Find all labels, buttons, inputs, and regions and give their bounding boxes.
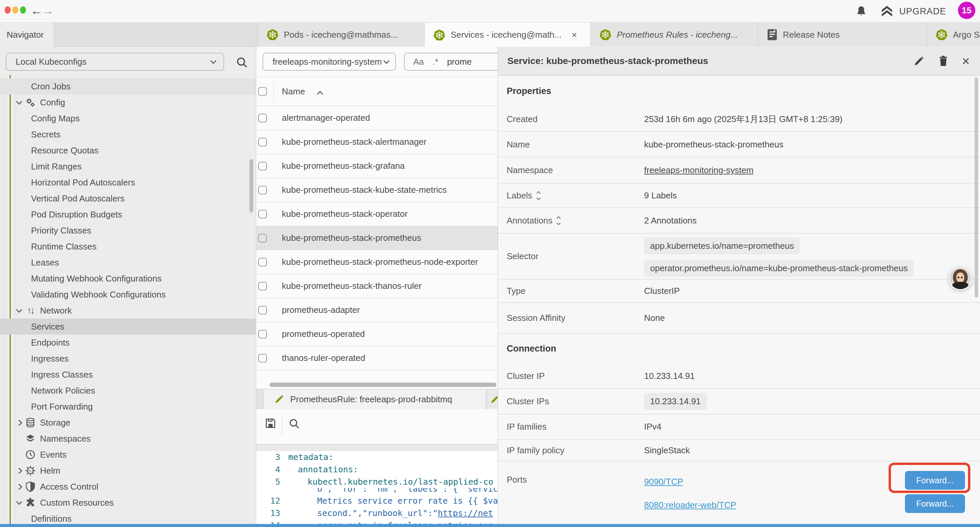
chevron-down-icon[interactable] <box>15 501 23 505</box>
tab-pods-icecheng-mathmas[interactable]: Pods - icecheng@mathmas... <box>258 23 425 47</box>
editor-tab-next-partial[interactable] <box>487 389 498 409</box>
save-icon[interactable] <box>264 417 277 430</box>
namespace-link[interactable]: freeleaps-monitoring-system <box>644 165 754 175</box>
table-row[interactable]: kube-prometheus-stack-alertmanager <box>256 130 498 154</box>
editor-line[interactable]: 13second.","runbook_url":"https://net <box>256 507 498 519</box>
port-link-8080-reloader-web-tcp[interactable]: 8080:reloader-web/TCP <box>644 500 736 510</box>
port-link-9090-tcp[interactable]: 9090/TCP <box>644 477 683 487</box>
forward-button-8080-reloader-web-tcp[interactable]: Forward... <box>905 494 965 513</box>
sidebar-item-config-maps[interactable]: Config Maps <box>0 110 256 126</box>
table-row[interactable]: prometheus-operated <box>256 322 498 346</box>
sidebar-item-access-control[interactable]: Access Control <box>0 479 256 495</box>
sort-ascending-icon[interactable] <box>317 91 323 97</box>
match-case-icon[interactable]: Aa <box>413 57 424 67</box>
sidebar-item-validating-webhook-configurations[interactable]: Validating Webhook Configurations <box>0 287 256 303</box>
back-icon[interactable]: ← <box>31 3 43 19</box>
sidebar-item-horizontal-pod-autoscalers[interactable]: Horizontal Pod Autoscalers <box>0 174 256 191</box>
sidebar-item-network-policies[interactable]: Network Policies <box>0 382 256 399</box>
kubeconfig-selector[interactable]: Local Kubeconfigs <box>6 53 224 71</box>
tab-prometheus-rules-icecheng[interactable]: Prometheus Rules - icecheng... <box>591 23 758 47</box>
sidebar-scrollbar[interactable] <box>250 159 253 212</box>
forward-button-9090-tcp[interactable]: Forward... <box>905 471 965 490</box>
delete-trash-icon[interactable] <box>938 55 949 67</box>
namespace-selector[interactable]: freeleaps-monitoring-system <box>262 53 396 71</box>
table-row[interactable]: prometheus-adapter <box>256 298 498 322</box>
sidebar-item-definitions[interactable]: Definitions <box>0 511 256 524</box>
row-checkbox[interactable] <box>258 210 267 218</box>
sidebar-item-resource-quotas[interactable]: Resource Quotas <box>0 142 256 158</box>
sidebar-item-secrets[interactable]: Secrets <box>0 126 256 142</box>
sidebar-search-icon[interactable] <box>235 56 248 69</box>
sidebar-item-services[interactable]: Services <box>0 318 256 334</box>
row-checkbox[interactable] <box>258 330 267 339</box>
close-window-button[interactable] <box>5 6 11 14</box>
sidebar-item-ingress-classes[interactable]: Ingress Classes <box>0 366 256 382</box>
row-checkbox[interactable] <box>258 258 267 266</box>
notification-count-badge[interactable]: 15 <box>958 2 975 19</box>
table-row[interactable]: kube-prometheus-stack-operator <box>256 202 498 226</box>
table-row[interactable]: thanos-ruler-operated <box>256 346 498 370</box>
expand-collapse-icon[interactable] <box>557 217 560 224</box>
row-checkbox[interactable] <box>258 138 267 146</box>
sidebar-item-priority-classes[interactable]: Priority Classes <box>0 223 256 239</box>
editor-search-icon[interactable] <box>288 417 300 430</box>
tab-services-icecheng-math[interactable]: Services - icecheng@math...× <box>425 23 591 47</box>
chevron-right-icon[interactable] <box>15 485 23 489</box>
sidebar-item-pod-disruption-budgets[interactable]: Pod Disruption Budgets <box>0 207 256 223</box>
regex-icon[interactable]: .* <box>433 57 438 67</box>
navigator-panel-tab[interactable]: Navigator <box>0 23 54 47</box>
upgrade-button[interactable]: UPGRADE <box>879 4 946 19</box>
notifications-bell-icon[interactable] <box>854 5 868 18</box>
sidebar-item-endpoints[interactable]: Endpoints <box>0 334 256 350</box>
sidebar-item-mutating-webhook-configurations[interactable]: Mutating Webhook Configurations <box>0 271 256 287</box>
drawer-scrollbar[interactable] <box>975 77 978 298</box>
table-row[interactable]: kube-prometheus-stack-prometheus <box>256 226 498 250</box>
close-icon[interactable]: × <box>962 56 970 67</box>
table-row[interactable]: kube-prometheus-stack-prometheus-node-ex… <box>256 250 498 274</box>
row-checkbox[interactable] <box>258 114 267 123</box>
editor-line[interactable]: o", "for": "hm", "labels": { "service" :… <box>256 488 498 495</box>
expand-collapse-icon[interactable] <box>537 192 540 199</box>
sidebar-item-config[interactable]: Config <box>0 94 256 110</box>
table-row[interactable]: kube-prometheus-stack-grafana <box>256 154 498 178</box>
sidebar-item-events[interactable]: Events <box>0 447 256 463</box>
chevron-right-icon[interactable] <box>15 469 23 473</box>
close-tab-icon[interactable]: × <box>572 30 577 40</box>
maximize-window-button[interactable] <box>20 6 26 14</box>
row-checkbox[interactable] <box>258 282 267 291</box>
edit-pencil-icon[interactable] <box>913 56 924 67</box>
sidebar-item-ingresses[interactable]: Ingresses <box>0 350 256 366</box>
sidebar-item-namespaces[interactable]: Namespaces <box>0 431 256 447</box>
table-row[interactable]: alertmanager-operated <box>256 106 498 130</box>
sidebar-item-vertical-pod-autoscalers[interactable]: Vertical Pod Autoscalers <box>0 191 256 207</box>
chevron-down-icon[interactable] <box>15 309 23 313</box>
editor-line[interactable]: 3metadata: <box>256 451 498 463</box>
sidebar-item-custom-resources[interactable]: Custom Resources <box>0 495 256 511</box>
sidebar-item-port-forwarding[interactable]: Port Forwarding <box>0 399 256 415</box>
table-row[interactable]: kube-prometheus-stack-thanos-ruler <box>256 274 498 298</box>
editor-line[interactable]: 5kubectl.kubernetes.io/last-applied-co <box>256 476 498 488</box>
editor-line[interactable]: 14error rate in freeleaps metrics ser <box>256 519 498 524</box>
row-checkbox[interactable] <box>258 306 267 315</box>
select-all-checkbox[interactable] <box>258 87 267 96</box>
forward-icon[interactable]: → <box>42 3 54 19</box>
chevron-right-icon[interactable] <box>15 420 23 425</box>
avatar[interactable] <box>948 266 972 291</box>
row-checkbox[interactable] <box>258 234 267 242</box>
tab-argo-se[interactable]: Argo Se <box>927 23 980 47</box>
row-checkbox[interactable] <box>258 186 267 194</box>
minimize-window-button[interactable] <box>12 6 18 14</box>
row-checkbox[interactable] <box>258 354 267 363</box>
sidebar-item-runtime-classes[interactable]: Runtime Classes <box>0 239 256 255</box>
horizontal-scrollbar[interactable] <box>269 382 496 387</box>
sidebar-item-cron-jobs[interactable]: Cron Jobs <box>0 78 256 94</box>
sidebar-item-storage[interactable]: Storage <box>0 415 256 431</box>
editor-tab-prometheusrule[interactable]: PrometheusRule: freeleaps-prod-rabbitmq <box>263 389 486 409</box>
row-checkbox[interactable] <box>258 162 267 170</box>
editor-line[interactable]: 4annotations: <box>256 463 498 476</box>
sidebar-item-limit-ranges[interactable]: Limit Ranges <box>0 158 256 174</box>
sidebar-item-leases[interactable]: Leases <box>0 255 256 271</box>
sidebar-item-network[interactable]: ↑↓Network <box>0 303 256 318</box>
filter-input[interactable]: Aa .* prome <box>404 53 498 71</box>
yaml-editor[interactable]: 3metadata:4annotations:5kubectl.kubernet… <box>256 451 498 524</box>
